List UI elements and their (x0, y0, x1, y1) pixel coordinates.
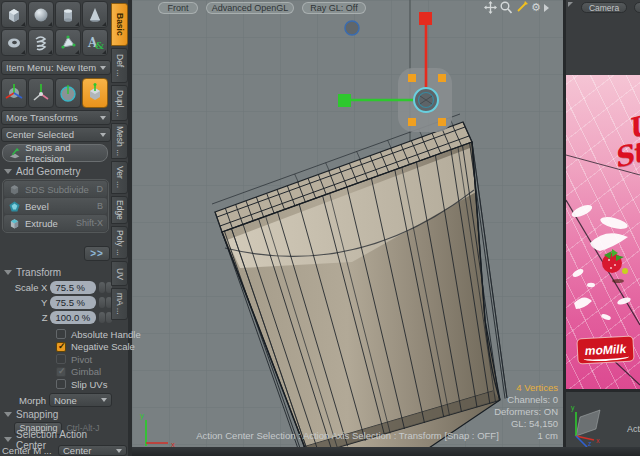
maximize-icon[interactable] (515, 1, 528, 14)
text-tool-button[interactable]: A & (82, 29, 108, 56)
negative-scale-label: Negative Scale (71, 341, 135, 352)
mini-axis-gizmo: y x z (566, 392, 640, 447)
raygl-button[interactable]: Ray GL: Off (302, 2, 366, 14)
chevron-down-icon (116, 449, 122, 453)
checkbox-box (56, 367, 66, 377)
transform-tool-button-active[interactable] (82, 78, 108, 108)
morph-value: None (54, 395, 99, 406)
shading-mode-button[interactable]: Advanced OpenGL (206, 2, 294, 14)
scale-fields: Scale X 75.5 % Y 75.5 % Z 100.0 % (2, 280, 112, 324)
cone-tool-button[interactable] (82, 1, 108, 28)
action-center-tool-row (1, 78, 110, 108)
transform-tool-button-1[interactable] (1, 78, 27, 108)
selection-corner-handle[interactable] (438, 118, 446, 126)
cube-tool-button[interactable] (1, 1, 27, 28)
extrude-tool[interactable]: Extrude Shift-X (4, 215, 107, 231)
view-mode-button[interactable]: Front (158, 2, 198, 14)
move-widget-icon (4, 82, 24, 104)
tab-polygon[interactable]: Poly ... (111, 226, 128, 259)
selection-corner-handle[interactable] (408, 118, 416, 126)
chevron-down-icon (100, 116, 106, 120)
tab-mesh[interactable]: Mesh ... (111, 123, 128, 159)
main-3d-viewport[interactable]: y x Front Advanced OpenGL Ray GL: Off ⚙ (132, 0, 563, 447)
clipped-view-button[interactable] (634, 2, 640, 13)
snaps-and-precision-button[interactable]: Snaps and Precision (2, 144, 108, 162)
chevron-down-icon (100, 66, 106, 70)
tab-deform[interactable]: Def ... (111, 48, 128, 83)
x-axis-handle-tip[interactable] (338, 94, 351, 107)
collapse-triangle-icon (4, 169, 12, 174)
item-center-dot[interactable] (345, 21, 359, 35)
torus-tool-button[interactable] (1, 29, 27, 56)
cylinder-tool-button[interactable] (55, 1, 81, 28)
extrude-icon (8, 217, 21, 230)
mini-axis-y-label: y (571, 404, 575, 412)
collapse-triangle-icon (4, 412, 12, 417)
expand-tools-button[interactable]: >> (84, 246, 110, 261)
absolute-handle-checkbox[interactable]: Absolute Handle (56, 329, 126, 340)
selection-corner-handle[interactable] (438, 74, 446, 82)
add-geometry-header[interactable]: Add Geometry (2, 165, 112, 178)
pivot-checkbox[interactable]: Pivot (56, 354, 126, 365)
texture-preview-image[interactable]: U Str (566, 75, 640, 389)
tab-edge[interactable]: Edge (111, 196, 128, 224)
strawberry-illustration (602, 249, 628, 283)
bevel-tool[interactable]: Bevel B (4, 198, 107, 214)
center-selected-dropdown[interactable]: Center Selected (1, 127, 111, 142)
zoom-icon[interactable] (500, 1, 512, 14)
negative-scale-checkbox[interactable]: Negative Scale (56, 342, 126, 353)
more-transforms-dropdown[interactable]: More Transforms (1, 110, 111, 125)
helix-tool-button[interactable] (28, 29, 54, 56)
scale-y-input[interactable]: 75.5 % (50, 296, 96, 309)
slip-uvs-checkbox[interactable]: Slip UVs (56, 379, 126, 390)
morph-dropdown[interactable]: None (49, 393, 112, 407)
mini-axis-x-label: x (596, 437, 600, 444)
milk-splash-shapes (570, 202, 631, 321)
scale-z-input[interactable]: 100.0 % (50, 311, 96, 324)
transform-header-label: Transform (16, 267, 61, 278)
sphere-tool-button[interactable] (28, 1, 54, 28)
pan-icon[interactable] (484, 1, 497, 14)
morph-label: Morph (2, 395, 46, 406)
scale-x-input[interactable]: 75.5 % (50, 281, 96, 294)
item-menu-dropdown[interactable]: Item Menu: New Item (1, 60, 111, 75)
momilk-logo-badge: moMilk (576, 336, 634, 365)
svg-text:&: & (95, 40, 104, 51)
torus-icon (5, 34, 23, 52)
transform-section-header[interactable]: Transform (2, 266, 112, 279)
center-mode-value: Center (63, 445, 114, 456)
transform-tool-button-3[interactable] (55, 78, 81, 108)
pen-tool-button[interactable] (55, 29, 81, 56)
item-menu-label: Item Menu: New Item (6, 62, 98, 73)
expand-tools-label: >> (90, 248, 104, 259)
vertex-count: 4 Vertices (494, 382, 558, 394)
camera-view-button[interactable]: Camera (581, 2, 627, 13)
selection-corner-handle[interactable] (408, 74, 416, 82)
tab-material[interactable]: mA ... (111, 288, 128, 320)
sds-subdivide-tool[interactable]: SDS Subdivide D (4, 181, 107, 197)
tab-uv[interactable]: UV (111, 261, 128, 286)
morph-row: Morph None (2, 393, 112, 407)
gimbal-checkbox[interactable]: Gimbal (56, 367, 126, 378)
center-mode-label: Center M ... (2, 445, 56, 456)
mini-viewport[interactable]: y x z Act (566, 389, 640, 447)
collapse-triangle-icon (4, 270, 12, 275)
tab-basic[interactable]: Basic (111, 3, 128, 46)
tab-vertex[interactable]: Ver ... (111, 161, 128, 193)
panel-corner-icon[interactable] (568, 2, 573, 7)
snapping-section-header[interactable]: Snapping (2, 408, 112, 421)
tab-duplicate[interactable]: Dupl ... (111, 85, 128, 121)
right-panel-header: Camera (566, 0, 640, 15)
center-mode-dropdown[interactable]: Center (58, 445, 127, 456)
expand-arrow-icon[interactable] (544, 4, 549, 12)
snapping-header-label: Snapping (16, 409, 58, 420)
sds-subdivide-icon (8, 183, 21, 196)
absolute-handle-label: Absolute Handle (71, 329, 141, 340)
gl-polycount: GL: 54,150 (494, 418, 558, 430)
text-icon: A & (86, 34, 104, 52)
extrude-label: Extrude (25, 218, 58, 229)
transform-tool-button-2[interactable] (28, 78, 54, 108)
add-geometry-tool-list: SDS Subdivide D Bevel B Extrude Shift-X (2, 179, 109, 233)
status-line: Action Center Selection : Action Axis Se… (132, 430, 563, 441)
settings-gear-icon[interactable]: ⚙ (531, 1, 541, 14)
